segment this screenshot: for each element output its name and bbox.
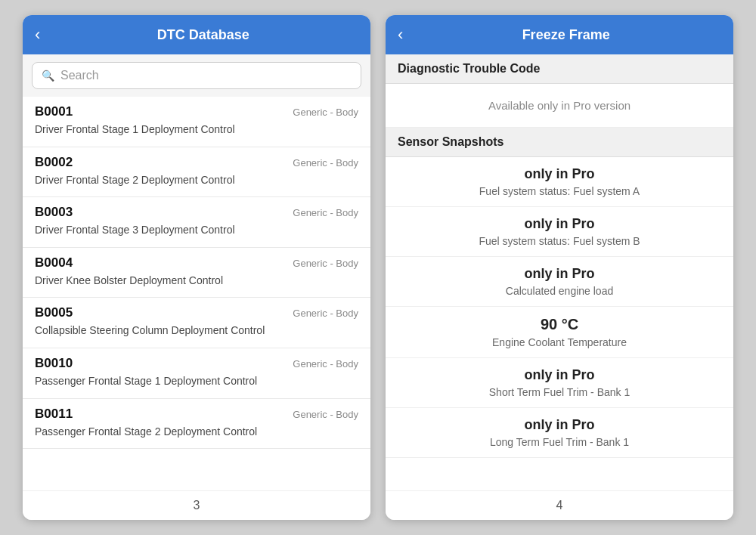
- dtc-item-header: B0004 Generic - Body: [35, 255, 358, 271]
- pro-label: only in Pro: [398, 166, 721, 182]
- pro-label: only in Pro: [398, 367, 721, 383]
- search-container: 🔍 Search: [23, 54, 370, 97]
- dtc-category: Generic - Body: [293, 409, 358, 420]
- dtc-item-header: B0002 Generic - Body: [35, 155, 358, 170]
- dtc-category: Generic - Body: [293, 107, 358, 118]
- dtc-category: Generic - Body: [293, 358, 358, 370]
- pro-label: only in Pro: [398, 216, 721, 232]
- dtc-description: Passenger Frontal Stage 1 Deployment Con…: [35, 374, 358, 389]
- freeze-sub-label: Engine Coolant Temperature: [398, 336, 721, 348]
- dtc-item-header: B0011 Generic - Body: [35, 407, 358, 422]
- freeze-list-item: only in Pro Short Term Fuel Trim - Bank …: [386, 358, 733, 408]
- dtc-description: Driver Frontal Stage 1 Deployment Contro…: [35, 122, 358, 138]
- freeze-back-button[interactable]: ‹: [398, 26, 403, 43]
- dtc-code: B0010: [35, 356, 73, 371]
- dtc-item-header: B0003 Generic - Body: [35, 205, 358, 220]
- dtc-screen-body: 🔍 Search B0001 Generic - Body Driver Fro…: [23, 54, 370, 490]
- dtc-list-item[interactable]: B0010 Generic - Body Passenger Frontal S…: [23, 348, 370, 399]
- dtc-category: Generic - Body: [293, 157, 358, 169]
- dtc-list-item[interactable]: B0005 Generic - Body Collapsible Steerin…: [23, 298, 370, 348]
- dtc-description: Driver Frontal Stage 2 Deployment Contro…: [35, 173, 358, 188]
- freeze-header: ‹ Freeze Frame: [386, 15, 733, 54]
- dtc-code: B0001: [35, 104, 73, 119]
- freeze-screen-body: Diagnostic Trouble Code Available only i…: [386, 54, 733, 490]
- freeze-sub-label: Calculated engine load: [398, 285, 721, 297]
- freeze-list-item: only in Pro Fuel system status: Fuel sys…: [386, 207, 733, 257]
- dtc-list-item[interactable]: B0001 Generic - Body Driver Frontal Stag…: [23, 97, 370, 147]
- dtc-item-header: B0010 Generic - Body: [35, 356, 358, 371]
- freeze-list-item: only in Pro Fuel system status: Fuel sys…: [386, 157, 733, 207]
- dtc-database-screen: ‹ DTC Database 🔍 Search B0001 Generic - …: [23, 15, 370, 520]
- dtc-code: B0011: [35, 407, 73, 422]
- dtc-code: B0002: [35, 155, 73, 170]
- right-page-number: 4: [386, 490, 733, 520]
- freeze-frame-screen: ‹ Freeze Frame Diagnostic Trouble Code A…: [386, 15, 733, 520]
- freeze-value: 90 °C: [398, 316, 721, 333]
- search-icon: 🔍: [42, 70, 54, 82]
- dtc-list-item[interactable]: B0003 Generic - Body Driver Frontal Stag…: [23, 197, 370, 248]
- search-box[interactable]: 🔍 Search: [32, 62, 361, 89]
- screens-container: ‹ DTC Database 🔍 Search B0001 Generic - …: [0, 0, 756, 535]
- dtc-list-item[interactable]: B0002 Generic - Body Driver Frontal Stag…: [23, 147, 370, 198]
- dtc-header: ‹ DTC Database: [23, 15, 370, 54]
- dtc-category: Generic - Body: [293, 308, 358, 319]
- dtc-list-item[interactable]: B0011 Generic - Body Passenger Frontal S…: [23, 399, 370, 450]
- freeze-sub-label: Fuel system status: Fuel system B: [398, 235, 721, 247]
- dtc-back-button[interactable]: ‹: [35, 26, 40, 43]
- dtc-description: Collapsible Steering Column Deployment C…: [35, 323, 358, 339]
- dtc-screen-title: DTC Database: [48, 27, 358, 43]
- freeze-list-item: only in Pro Long Term Fuel Trim - Bank 1: [386, 408, 733, 458]
- freeze-screen-title: Freeze Frame: [411, 27, 721, 43]
- freeze-list-item: 90 °C Engine Coolant Temperature: [386, 307, 733, 358]
- dtc-item-header: B0005 Generic - Body: [35, 305, 358, 320]
- freeze-sub-label: Fuel system status: Fuel system A: [398, 185, 721, 197]
- dtc-category: Generic - Body: [293, 207, 358, 218]
- available-only-text: Available only in Pro version: [386, 84, 733, 128]
- dtc-description: Driver Knee Bolster Deployment Control: [35, 274, 358, 289]
- dtc-section-header: Diagnostic Trouble Code: [386, 54, 733, 84]
- freeze-items-list: only in Pro Fuel system status: Fuel sys…: [386, 157, 733, 458]
- freeze-sub-label: Short Term Fuel Trim - Bank 1: [398, 386, 721, 398]
- dtc-description: Driver Frontal Stage 3 Deployment Contro…: [35, 223, 358, 238]
- dtc-list-item[interactable]: B0004 Generic - Body Driver Knee Bolster…: [23, 248, 370, 298]
- freeze-list-item: only in Pro Calculated engine load: [386, 257, 733, 307]
- dtc-category: Generic - Body: [293, 258, 358, 269]
- dtc-code: B0005: [35, 305, 73, 320]
- dtc-item-header: B0001 Generic - Body: [35, 104, 358, 119]
- sensor-snapshots-header: Sensor Snapshots: [386, 128, 733, 157]
- pro-label: only in Pro: [398, 266, 721, 282]
- dtc-code: B0004: [35, 255, 73, 271]
- freeze-sub-label: Long Term Fuel Trim - Bank 1: [398, 436, 721, 448]
- dtc-description: Passenger Frontal Stage 2 Deployment Con…: [35, 425, 358, 440]
- dtc-items-list: B0001 Generic - Body Driver Frontal Stag…: [23, 97, 370, 449]
- left-page-number: 3: [23, 490, 370, 520]
- pro-label: only in Pro: [398, 417, 721, 433]
- dtc-code: B0003: [35, 205, 73, 220]
- search-input[interactable]: Search: [60, 69, 99, 82]
